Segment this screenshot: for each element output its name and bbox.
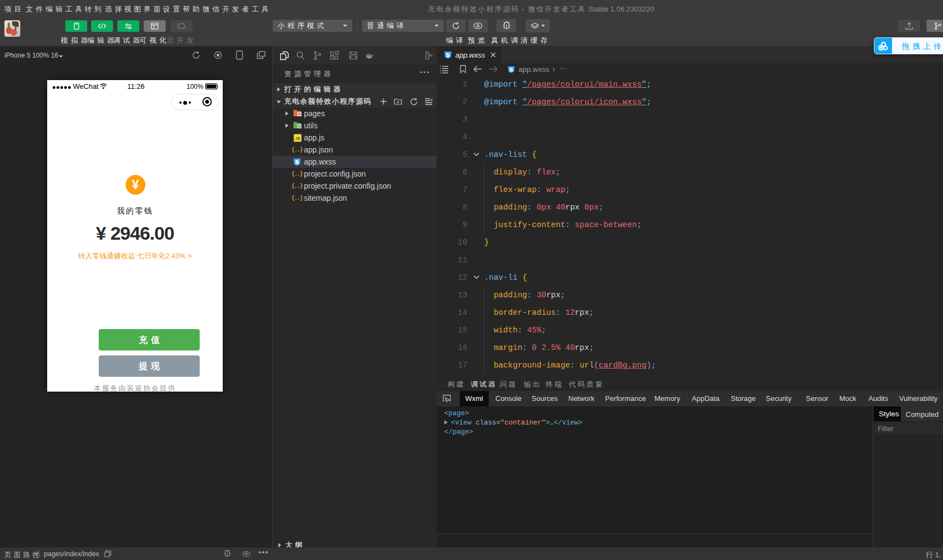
svg-text:JS: JS [295,136,300,141]
